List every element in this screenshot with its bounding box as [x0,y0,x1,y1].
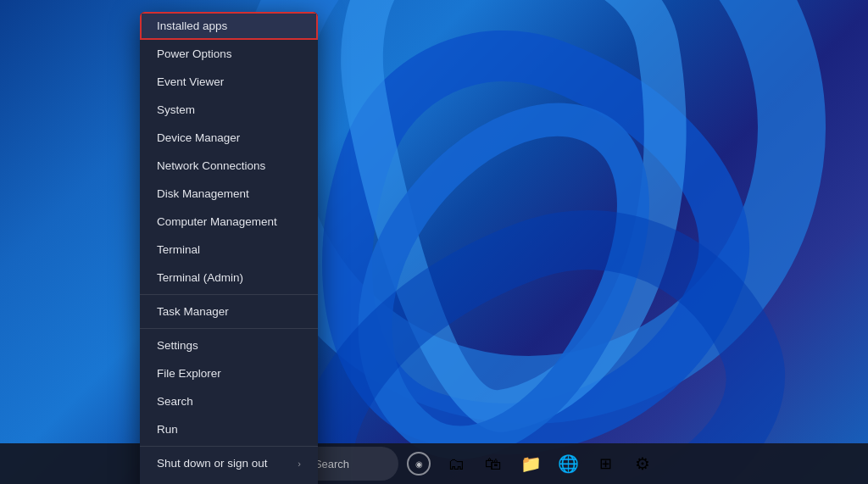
menu-item-shut-down[interactable]: Shut down or sign out› [140,449,318,477]
menu-label-power-options: Power Options [157,47,232,60]
file-explorer-icon: 🗂 [448,454,465,474]
menu-item-search[interactable]: Search [140,387,318,415]
separator-separator3 [140,446,318,447]
menu-item-device-manager[interactable]: Device Manager [140,124,318,152]
menu-label-terminal-admin: Terminal (Admin) [157,271,243,284]
menu-item-run[interactable]: Run [140,415,318,443]
menu-label-file-explorer: File Explorer [157,367,221,380]
folder-button[interactable]: 📁 [514,447,548,481]
separator-separator1 [140,294,318,295]
menu-label-event-viewer: Event Viewer [157,75,224,88]
store-button[interactable]: 🛍 [476,447,510,481]
apps-icon: ⊞ [599,454,612,473]
cortana-icon: ◉ [407,452,431,476]
menu-item-terminal-admin[interactable]: Terminal (Admin) [140,264,318,292]
menu-label-system: System [157,103,195,116]
menu-label-device-manager: Device Manager [157,131,240,144]
menu-item-installed-apps[interactable]: Installed apps [140,12,318,40]
edge-button[interactable]: 🌐 [551,447,585,481]
menu-item-file-explorer[interactable]: File Explorer [140,359,318,387]
menu-label-network-connections: Network Connections [157,159,265,172]
taskbar: 🔍 Search ◉ 🗂 🛍 📁 🌐 ⊞ [0,443,868,484]
menu-label-settings: Settings [157,339,198,352]
menu-label-search: Search [157,395,193,408]
menu-item-network-connections[interactable]: Network Connections [140,152,318,180]
menu-label-installed-apps: Installed apps [157,19,227,32]
menu-arrow-shut-down: › [298,459,301,469]
menu-label-task-manager: Task Manager [157,305,229,318]
search-label: Search [314,458,349,470]
menu-label-disk-management: Disk Management [157,187,249,200]
context-menu: Installed appsPower OptionsEvent ViewerS… [140,12,318,484]
edge-icon: 🌐 [558,453,579,474]
gear-icon: ⚙ [635,453,650,474]
menu-item-task-manager[interactable]: Task Manager [140,298,318,325]
menu-label-run: Run [157,423,178,436]
menu-label-terminal: Terminal [157,243,200,256]
menu-item-system[interactable]: System [140,96,318,124]
apps-button[interactable]: ⊞ [588,447,622,481]
desktop-background [0,0,868,484]
menu-item-event-viewer[interactable]: Event Viewer [140,68,318,96]
cortana-button[interactable]: ◉ [402,447,436,481]
store-icon: 🛍 [485,454,502,474]
menu-item-settings[interactable]: Settings [140,331,318,359]
file-explorer-button[interactable]: 🗂 [439,447,473,481]
menu-item-computer-management[interactable]: Computer Management [140,208,318,236]
separator-separator2 [140,328,318,329]
menu-item-desktop[interactable]: Desktop [140,477,318,484]
menu-item-power-options[interactable]: Power Options [140,40,318,68]
menu-item-terminal[interactable]: Terminal [140,236,318,264]
menu-item-disk-management[interactable]: Disk Management [140,180,318,208]
settings-button[interactable]: ⚙ [626,447,659,481]
folder-icon: 📁 [520,453,542,474]
menu-label-computer-management: Computer Management [157,215,277,228]
menu-label-shut-down: Shut down or sign out [157,457,268,470]
